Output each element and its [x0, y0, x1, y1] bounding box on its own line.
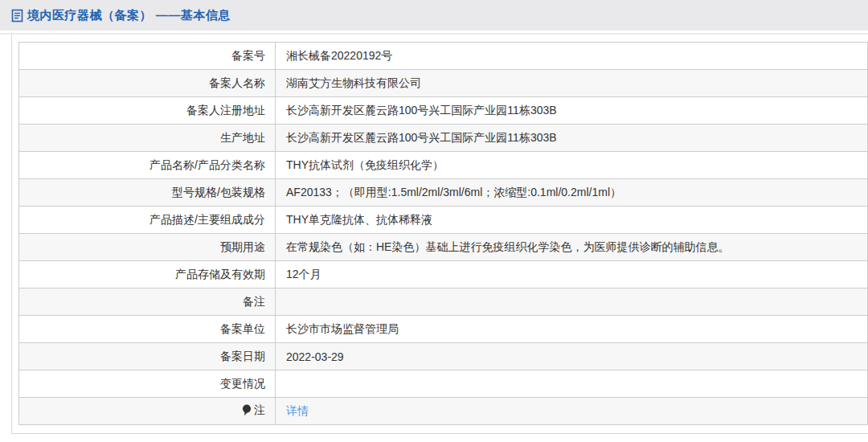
- table-row: 备案人名称 湖南艾方生物科技有限公司: [19, 70, 868, 97]
- row-value: 长沙高新开发区麓云路100号兴工国际产业园11栋303B: [276, 125, 868, 152]
- table-row: 变更情况: [19, 370, 868, 398]
- row-label: 产品名称/产品分类名称: [19, 152, 276, 179]
- row-label: 备注: [19, 289, 276, 316]
- table-row: 产品描述/主要组成成分 THY单克隆抗体、抗体稀释液: [19, 207, 868, 234]
- row-value: 详情: [276, 398, 868, 425]
- row-label: 型号规格/包装规格: [19, 179, 276, 207]
- table-row: 备注: [19, 289, 868, 316]
- row-label: 预期用途: [19, 234, 276, 261]
- row-value: 湘长械备20220192号: [276, 43, 868, 70]
- table-row: 备案人注册地址 长沙高新开发区麓云路100号兴工国际产业园11栋303B: [19, 97, 868, 125]
- row-value: 在常规染色（如：HE染色）基础上进行免疫组织化学染色，为医师提供诊断的辅助信息。: [276, 234, 868, 261]
- row-label: 备案单位: [19, 316, 276, 343]
- table-row: 注 详情: [19, 398, 868, 425]
- page-title: 境内医疗器械（备案） ——基本信息: [27, 8, 231, 23]
- row-label: 产品描述/主要组成成分: [19, 207, 276, 234]
- table-row: 预期用途 在常规染色（如：HE染色）基础上进行免疫组织化学染色，为医师提供诊断的…: [19, 234, 868, 261]
- table-row: 产品存储及有效期 12个月: [19, 261, 868, 289]
- row-value: 长沙市市场监督管理局: [276, 316, 868, 343]
- table-row: 备案号 湘长械备20220192号: [19, 43, 868, 70]
- table-row: 产品名称/产品分类名称 THY抗体试剂（免疫组织化学）: [19, 152, 868, 179]
- content-panel: 备案号 湘长械备20220192号 备案人名称 湖南艾方生物科技有限公司 备案人…: [11, 35, 868, 434]
- row-label: 产品存储及有效期: [19, 261, 276, 289]
- row-value: 湖南艾方生物科技有限公司: [276, 70, 868, 97]
- row-value: AF20133；（即用型:1.5ml/2ml/3ml/6ml；浓缩型:0.1ml…: [276, 179, 868, 207]
- row-label: 生产地址: [19, 125, 276, 152]
- page-header: 境内医疗器械（备案） ——基本信息: [0, 0, 868, 31]
- document-icon: [11, 9, 23, 23]
- detail-link[interactable]: 详情: [286, 404, 309, 417]
- table-row: 备案日期 2022-03-29: [19, 343, 868, 370]
- row-value: THY单克隆抗体、抗体稀释液: [276, 207, 868, 234]
- row-label: 备案人名称: [19, 70, 276, 97]
- row-label: 变更情况: [19, 370, 276, 398]
- row-label-note: 注: [19, 398, 276, 425]
- table-row: 生产地址 长沙高新开发区麓云路100号兴工国际产业园11栋303B: [19, 125, 868, 152]
- row-value: [276, 370, 868, 398]
- row-label: 备案日期: [19, 343, 276, 370]
- row-value: [276, 289, 868, 316]
- row-value: THY抗体试剂（免疫组织化学）: [276, 152, 868, 179]
- row-label: 备案号: [19, 43, 276, 70]
- row-label: 注: [254, 403, 265, 418]
- basic-info-table: 备案号 湘长械备20220192号 备案人名称 湖南艾方生物科技有限公司 备案人…: [18, 42, 868, 425]
- table-row: 型号规格/包装规格 AF20133；（即用型:1.5ml/2ml/3ml/6ml…: [19, 179, 868, 207]
- row-label: 备案人注册地址: [19, 97, 276, 125]
- row-value: 长沙高新开发区麓云路100号兴工国际产业园11栋303B: [276, 97, 868, 125]
- balloon-icon: [242, 404, 252, 416]
- table-row: 备案单位 长沙市市场监督管理局: [19, 316, 868, 343]
- row-value: 12个月: [276, 261, 868, 289]
- row-value: 2022-03-29: [276, 343, 868, 370]
